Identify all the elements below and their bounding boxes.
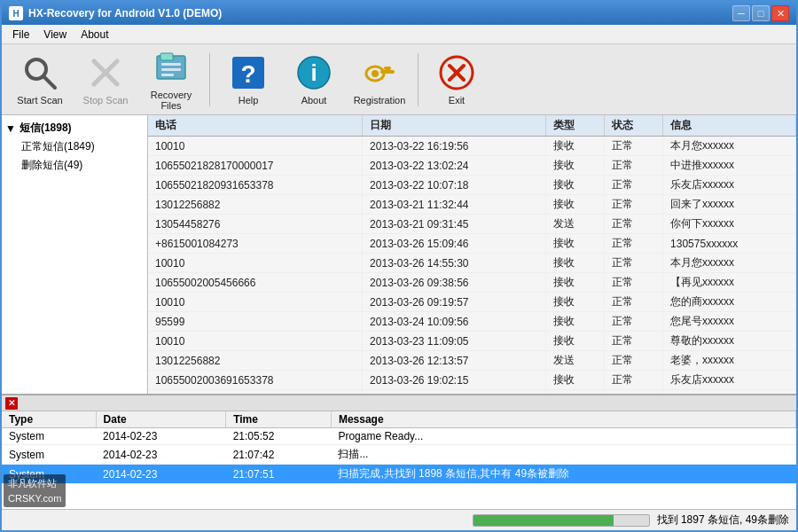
sms-cell-1: 2013-03-22 10:07:18 bbox=[363, 176, 546, 195]
right-panel: 电话 日期 类型 状态 信息 100102013-03-22 16:19:56接… bbox=[148, 115, 796, 394]
exit-button[interactable]: Exit bbox=[426, 50, 488, 110]
sms-cell-2: 接收 bbox=[546, 176, 605, 195]
sms-cell-2: 接收 bbox=[546, 234, 605, 254]
tree-toggle-icon: ▼ bbox=[5, 122, 16, 135]
sms-cell-4: 本月您xxxxxx bbox=[663, 137, 796, 156]
sms-row[interactable]: 100102013-03-26 14:55:30接收正常本月您xxxxxx bbox=[148, 254, 796, 273]
sms-table-body: 100102013-03-22 16:19:56接收正常本月您xxxxxx106… bbox=[148, 137, 796, 395]
svg-rect-6 bbox=[161, 63, 181, 66]
recovery-files-button[interactable]: Recovery Files bbox=[140, 50, 202, 110]
sms-cell-4: 130575xxxxxx bbox=[663, 234, 796, 254]
menu-about[interactable]: About bbox=[74, 27, 115, 43]
about-label: About bbox=[301, 95, 327, 106]
help-button[interactable]: ? Help bbox=[217, 50, 279, 110]
sms-row[interactable]: 100102013-03-26 09:19:57接收正常您的商xxxxxx bbox=[148, 293, 796, 312]
log-row[interactable]: System2014-02-2321:05:52Progame Ready... bbox=[2, 428, 796, 445]
menu-file[interactable]: File bbox=[5, 27, 36, 43]
recovery-files-label: Recovery Files bbox=[145, 90, 198, 111]
sms-cell-4: 乐友店xxxxxx bbox=[663, 176, 796, 195]
sms-row[interactable]: 106550218281700000172013-03-22 13:02:24接… bbox=[148, 156, 796, 176]
log-close-bar: ✕ bbox=[2, 395, 796, 411]
sms-row[interactable]: 130122568822013-03-21 11:32:44接收正常回来了xxx… bbox=[148, 195, 796, 215]
sms-cell-1: 2013-03-21 09:31:45 bbox=[363, 215, 546, 234]
tree-child-normal-label: 正常短信(1849) bbox=[21, 139, 95, 154]
sms-cell-0: 10010 bbox=[148, 137, 363, 156]
sms-row[interactable]: 106550020036916533782013-03-26 19:02:15接… bbox=[148, 371, 796, 390]
sms-cell-0: 13054458276 bbox=[148, 215, 363, 234]
log-row[interactable]: System2014-02-2321:07:51扫描完成,共找到 1898 条短… bbox=[2, 465, 796, 484]
log-cell-type: System bbox=[2, 428, 96, 445]
registration-button[interactable]: Registration bbox=[348, 50, 411, 110]
log-cell-date: 2014-02-23 bbox=[96, 428, 226, 445]
sms-cell-4: 您尾号xxxxxx bbox=[663, 312, 796, 332]
sms-cell-3: 正常 bbox=[605, 137, 663, 156]
tree-child-deleted[interactable]: 删除短信(49) bbox=[2, 156, 147, 175]
sms-cell-3: 正常 bbox=[605, 254, 663, 273]
sms-cell-2: 接收 bbox=[546, 312, 605, 332]
sms-row[interactable]: 130544582762013-03-21 09:31:45发送正常你何下xxx… bbox=[148, 215, 796, 234]
close-button[interactable]: ✕ bbox=[771, 5, 789, 21]
sms-cell-2: 接收 bbox=[546, 137, 605, 156]
title-controls: ─ □ ✕ bbox=[732, 5, 789, 21]
sms-cell-2: 接收 bbox=[546, 371, 605, 390]
sms-cell-0: 10010 bbox=[148, 332, 363, 351]
sms-cell-3: 正常 bbox=[605, 332, 663, 351]
sms-cell-4: 【再见xxxxxx bbox=[663, 273, 796, 293]
sms-cell-3: 正常 bbox=[605, 215, 663, 234]
col-type: 类型 bbox=[546, 115, 605, 137]
stop-scan-label: Stop Scan bbox=[83, 95, 129, 106]
about-button[interactable]: i About bbox=[283, 50, 345, 110]
sms-row[interactable]: 106550020054566662013-03-26 09:38:56接收正常… bbox=[148, 273, 796, 293]
stop-scan-button[interactable]: Stop Scan bbox=[74, 50, 137, 110]
sms-row[interactable]: 955992013-03-24 10:09:56接收正常您尾号xxxxxx bbox=[148, 312, 796, 332]
sms-row[interactable]: 106550218209316533782013-03-22 10:07:18接… bbox=[148, 176, 796, 195]
sms-cell-0: 10655021828170000017 bbox=[148, 156, 363, 176]
sms-cell-2: 发送 bbox=[546, 215, 605, 234]
bottom-panel: ✕ Type Date Time Message System2014-02-2… bbox=[2, 394, 796, 509]
sms-cell-4: 尊敬的xxxxxx bbox=[663, 332, 796, 351]
title-bar: H HX-Recovery for Android V1.0 (DEMO) ─ … bbox=[2, 2, 796, 25]
sms-row[interactable]: 100102013-03-22 16:19:56接收正常本月您xxxxxx bbox=[148, 137, 796, 156]
tree-child-normal[interactable]: 正常短信(1849) bbox=[2, 137, 147, 156]
sms-cell-0: 10010 bbox=[148, 293, 363, 312]
start-scan-button[interactable]: Start Scan bbox=[9, 50, 71, 110]
log-table-container[interactable]: Type Date Time Message System2014-02-232… bbox=[2, 411, 796, 509]
sms-cell-0: 10655002003691653378 bbox=[148, 371, 363, 390]
svg-rect-14 bbox=[380, 70, 395, 74]
sms-row[interactable]: 130122568822013-03-26 12:13:57发送正常老婆，xxx… bbox=[148, 351, 796, 371]
log-table: Type Date Time Message System2014-02-232… bbox=[2, 411, 796, 484]
minimize-button[interactable]: ─ bbox=[732, 5, 750, 21]
sms-cell-2: 接收 bbox=[546, 156, 605, 176]
exit-label: Exit bbox=[449, 95, 465, 106]
menu-view[interactable]: View bbox=[36, 27, 74, 43]
sms-cell-3: 正常 bbox=[605, 293, 663, 312]
sms-row[interactable]: +86150010842732013-03-26 15:09:46接收正常130… bbox=[148, 234, 796, 254]
log-close-button[interactable]: ✕ bbox=[5, 397, 18, 410]
svg-text:i: i bbox=[310, 59, 317, 86]
sms-cell-3: 正常 bbox=[605, 351, 663, 371]
log-col-type: Type bbox=[2, 411, 96, 428]
tree-root-label: 短信(1898) bbox=[20, 121, 72, 136]
maximize-button[interactable]: □ bbox=[752, 5, 770, 21]
log-cell-date: 2014-02-23 bbox=[96, 445, 226, 465]
sms-cell-1: 2013-03-26 14:55:30 bbox=[363, 254, 546, 273]
sms-cell-3: 正常 bbox=[605, 176, 663, 195]
sms-cell-4: 本月您xxxxxx bbox=[663, 254, 796, 273]
sms-row[interactable]: 100102013-03-23 11:09:05接收正常尊敬的xxxxxx bbox=[148, 332, 796, 351]
svg-point-16 bbox=[372, 70, 379, 77]
sms-cell-0: 13012256882 bbox=[148, 195, 363, 215]
tree-child-deleted-label: 删除短信(49) bbox=[21, 158, 82, 173]
tree-panel: ▼ 短信(1898) 正常短信(1849) 删除短信(49) bbox=[2, 115, 148, 394]
sms-cell-2: 接收 bbox=[546, 273, 605, 293]
tree-root-item[interactable]: ▼ 短信(1898) bbox=[2, 119, 147, 137]
sms-table-container[interactable]: 电话 日期 类型 状态 信息 100102013-03-22 16:19:56接… bbox=[148, 115, 796, 394]
sms-cell-4: 回来了xxxxxx bbox=[663, 195, 796, 215]
sms-cell-2: 接收 bbox=[546, 332, 605, 351]
sms-cell-1: 2013-03-22 13:02:24 bbox=[363, 156, 546, 176]
sms-cell-1: 2013-03-24 10:09:56 bbox=[363, 312, 546, 332]
log-col-date: Date bbox=[96, 411, 226, 428]
log-row[interactable]: System2014-02-2321:07:42扫描... bbox=[2, 445, 796, 465]
registration-label: Registration bbox=[354, 95, 406, 106]
progress-bar-container bbox=[473, 514, 650, 527]
progress-bar-fill bbox=[473, 515, 614, 526]
